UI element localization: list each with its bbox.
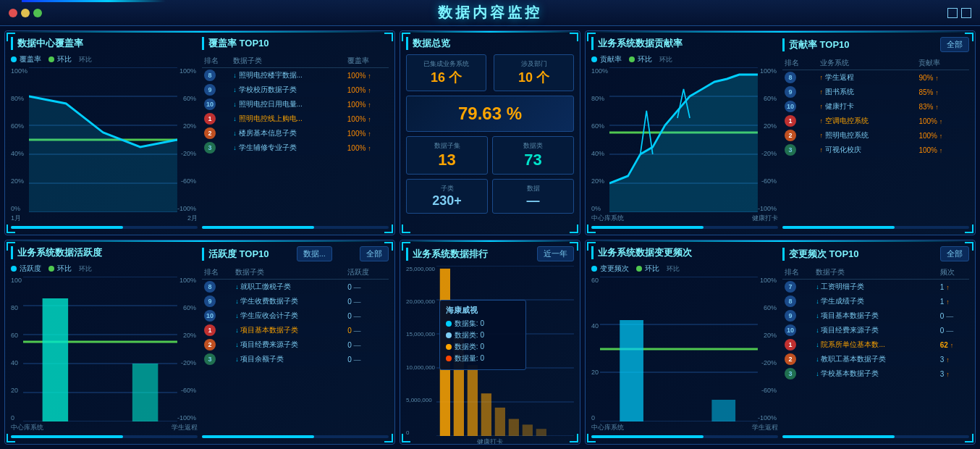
table-row: 10 ↓ 照明电控日用电量... 100% ↑ <box>202 97 389 112</box>
biz-legend-ring: 环比 <box>638 54 652 64</box>
dept-label: 涉及部门 <box>499 59 569 69</box>
biz-coverage-legend: 贡献率 环比 环比 <box>591 54 778 64</box>
change-top10-title: 变更频次 TOP10 <box>782 248 859 261</box>
svg-rect-33 <box>509 419 519 437</box>
col-rank: 排名 <box>202 54 231 68</box>
svg-marker-13 <box>609 75 758 212</box>
change-freq-panel: 业务系统数据变更频次 变更频次 环比 环比 6040200 <box>585 240 976 445</box>
dot-green[interactable] <box>33 9 42 17</box>
coverage-panel: 数据中心覆盖率 覆盖率 环比 环比 100%80%60%40%20%0% <box>4 30 395 235</box>
svg-rect-32 <box>495 408 505 436</box>
app-title: 数据内容监控 <box>438 3 542 22</box>
main-grid: 数据中心覆盖率 覆盖率 环比 环比 100%80%60%40%20%0% <box>0 26 980 449</box>
dataset-label: 数据子集 <box>411 141 483 151</box>
col-subtype: 数据子类 <box>231 54 345 68</box>
tooltip-row-2: 数据类: 0 <box>446 330 520 340</box>
business-ranking-panel: 业务系统数据排行 近一年 25,000,000 20,000,000 15,00… <box>400 240 580 445</box>
window-right-controls <box>947 8 971 18</box>
table-row: 2 ↓ 教职工基本数据子类 3 ↑ <box>782 352 969 366</box>
table-row: 10 ↑ 健康打卡 83% ↑ <box>782 99 969 114</box>
tooltip-row-4: 数据量: 0 <box>446 353 520 364</box>
ranking-x-label: 健康打卡 <box>406 437 574 445</box>
table-row: 1 ↑ 空调电控系统 100% ↑ <box>782 114 969 128</box>
table-row: 9 ↑ 图书系统 85% ↑ <box>782 85 969 99</box>
tooltip-row-1: 数据集: 0 <box>446 319 520 329</box>
svg-rect-21 <box>132 364 158 421</box>
biz-legend-rate: 贡献率 <box>600 54 622 64</box>
data-overview-title: 数据总览 <box>406 37 450 50</box>
table-row: 3 ↓ 学生辅修专业子类 100% ↑ <box>202 140 389 155</box>
datatype-label: 数据类 <box>497 141 569 151</box>
ranking-title: 业务系统数据排行 <box>406 248 488 261</box>
coverage-chart <box>29 67 177 212</box>
maximize-btn[interactable] <box>961 8 971 18</box>
activity-table: 排名数据子类活跃度 8 ↓ 就职工缴税子类 0 — 9 ↓ 学生收费 <box>202 266 389 366</box>
biz-coverage-table: 排名业务系统贡献率 8 ↑ 学生返程 90% ↑ 9 ↑ 图书系统 <box>782 56 969 157</box>
dot-red[interactable] <box>9 9 17 17</box>
coverage-y-axis: 100%80%60%40%20%0% <box>11 67 28 212</box>
table-row: 8 ↓ 就职工缴税子类 0 — <box>202 280 389 295</box>
ranking-tooltip: 海康威视 数据集: 0 数据类: 0 数据类: 0 <box>439 300 526 370</box>
systems-value: 16 个 <box>411 69 481 86</box>
coverage-top10-title: 覆盖率 TOP10 <box>202 37 269 50</box>
table-row: 7 ↓ 工资明细子类 1 ↑ <box>782 280 969 295</box>
table-row: 3 ↓ 学校基本数据子类 3 ↑ <box>782 366 969 381</box>
minimize-btn[interactable] <box>947 8 958 18</box>
dot-yellow[interactable] <box>21 9 30 17</box>
coverage-title: 数据中心覆盖率 <box>11 37 83 50</box>
table-row: 1 ↓ 院系所单位基本数... 62 ↑ <box>782 337 969 352</box>
data-value: — <box>497 193 569 209</box>
svg-rect-30 <box>468 365 478 436</box>
svg-rect-40 <box>620 320 643 421</box>
datatype-value: 73 <box>497 151 569 169</box>
window-controls <box>9 9 42 17</box>
activity-title: 业务系统数据活跃度 <box>11 246 102 259</box>
table-row: 2 ↓ 项目经费来源子类 0 — <box>202 337 389 352</box>
table-row: 1 ↓ 照明电控线上购电... 100% ↑ <box>202 112 389 126</box>
dept-value: 10 个 <box>499 69 569 86</box>
tooltip-title: 海康威视 <box>446 305 520 316</box>
progress-bar-container <box>22 0 980 2</box>
change-y-axis-right: 100%60%20%-20%-60%-100% <box>758 277 777 421</box>
dataset-value: 13 <box>411 151 483 169</box>
svg-marker-6 <box>29 96 177 212</box>
x-1月: 1月 <box>11 214 21 223</box>
biz-x-axis: 中心库系统 健康打卡 <box>591 214 778 223</box>
svg-rect-34 <box>523 424 533 436</box>
table-row: 8 ↑ 学生返程 90% ↑ <box>782 70 969 85</box>
activity-legend: 活跃度 环比 环比 <box>11 264 198 274</box>
overview-pct: 79.63 % <box>414 104 566 124</box>
activity-y-axis: 100806040200 <box>11 277 22 421</box>
biz-y-axis: 100%80%60%40%20%0% <box>591 67 608 212</box>
coverage-table: 排名 数据子类 覆盖率 8 ↓ 照明电控楼宇数据... 100% ↑ <box>202 54 389 155</box>
ranking-y-axis: 25,000,000 20,000,000 15,000,000 10,000,… <box>406 266 435 436</box>
table-row: 10 ↓ 学生应收会计子类 0 — <box>202 309 389 323</box>
table-row: 9 ↓ 学生收费数据子类 0 — <box>202 294 389 309</box>
change-freq-legend: 变更频次 环比 环比 <box>591 264 778 274</box>
business-coverage-panel: 业务系统数据贡献率 贡献率 环比 环比 100%80%60%40%20%0 <box>585 30 976 235</box>
table-row: 10 ↓ 项目经费来源子类 0 — <box>782 323 969 337</box>
svg-rect-31 <box>481 393 491 436</box>
col-coverage: 覆盖率 <box>345 54 389 68</box>
svg-rect-35 <box>536 429 546 436</box>
change-x-axis: 中心库系统 学生返程 <box>591 423 778 432</box>
data-overview-panel: 数据总览 已集成业务系统 16 个 涉及部门 10 个 79.63 % 数据子集… <box>400 30 580 235</box>
table-row: 9 ↓ 项目基本数据子类 0 — <box>782 309 969 323</box>
biz-chart <box>609 67 758 212</box>
activity-dropdown1[interactable]: 数据... <box>297 246 332 261</box>
coverage-y-axis-right: 100%60%20%-20%-60%-100% <box>177 67 196 212</box>
top-bar: 数据内容监控 <box>0 0 980 26</box>
activity-top10-title: 活跃度 TOP10 <box>202 248 269 261</box>
coverage-x-axis: 1月 2月 <box>11 214 198 223</box>
activity-panel: 业务系统数据活跃度 活跃度 环比 环比 100806040200 <box>4 240 395 445</box>
systems-label: 已集成业务系统 <box>411 59 481 69</box>
change-y-axis: 6040200 <box>591 277 599 421</box>
table-row: 8 ↓ 照明电控楼宇数据... 100% ↑ <box>202 68 389 83</box>
table-row: 3 ↓ 项目余额子类 0 — <box>202 352 389 366</box>
table-row: 2 ↑ 照明电控系统 100% ↑ <box>782 128 969 143</box>
table-row: 3 ↑ 可视化校庆 100% ↑ <box>782 143 969 157</box>
tooltip-row-3: 数据类: 0 <box>446 342 520 352</box>
svg-rect-41 <box>711 400 735 421</box>
ranking-dropdown[interactable]: 近一年 <box>537 246 574 261</box>
change-freq-table: 排名数据子类频次 7 ↓ 工资明细子类 1 ↑ 8 ↓ 学生成绩子类 <box>782 266 969 381</box>
